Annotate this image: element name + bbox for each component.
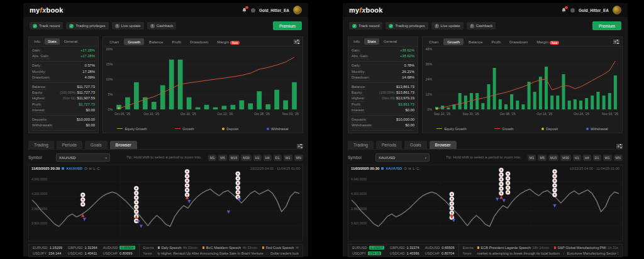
chart-tab[interactable]: Balance <box>145 38 167 45</box>
stat-label[interactable]: Highest: <box>32 96 45 101</box>
timeframe-button[interactable]: M5 <box>218 155 227 161</box>
verification-badge[interactable]: ! Live update <box>431 22 464 30</box>
account-avatar[interactable] <box>613 6 621 14</box>
stat-label[interactable]: Gain: <box>32 48 41 53</box>
section-tab[interactable]: Periods <box>57 141 82 149</box>
price-chart[interactable]: 11/03/2025 20:30 XAU/USD O: H: L: C: 10/… <box>348 165 623 241</box>
myfxbook-logo[interactable]: myfxbook <box>349 6 383 14</box>
chart-tab[interactable]: Profit <box>168 38 184 45</box>
stat-label[interactable]: Deposits: <box>32 117 47 123</box>
stat-label[interactable]: Profit: <box>352 102 361 107</box>
quote[interactable]: USDCHF0.80699 <box>103 251 135 255</box>
timeframe-button[interactable]: M30 <box>241 155 252 161</box>
stat-label[interactable]: Equity: <box>352 90 363 96</box>
stat-label[interactable]: Gain: <box>352 48 360 53</box>
timeframe-button[interactable]: H1 <box>253 155 262 161</box>
section-tab[interactable]: Periods <box>376 141 402 149</box>
quote[interactable]: GBPUSD1.31364 <box>68 246 97 250</box>
browser-settings-icon[interactable] <box>616 143 623 149</box>
chart-tab[interactable]: Growth <box>124 38 144 45</box>
info-tab[interactable]: Info <box>350 38 363 45</box>
verification-badge[interactable]: ✓ Track record <box>30 22 63 30</box>
timeframe-button[interactable]: W1 <box>284 155 292 161</box>
account-name[interactable]: Gold_Hitter_EA <box>259 8 289 13</box>
timeframe-button[interactable]: W1 <box>603 155 612 161</box>
section-tab[interactable]: Goals <box>85 141 108 149</box>
legend-item[interactable]: Deposit <box>222 127 238 131</box>
growth-chart[interactable]: 48%36%24%12%0%Sep 22, '25Sep 30, '25Oct … <box>423 47 622 124</box>
account-avatar[interactable] <box>293 6 302 14</box>
account-name[interactable]: Gold_Hitter_EA <box>579 8 609 13</box>
stat-label[interactable]: Balance: <box>352 84 366 90</box>
price-chart[interactable]: 11/03/2025 20:30 XAU/USD O: H: L: C: 10/… <box>28 165 303 241</box>
symbol-select[interactable]: XAU/USD▾ <box>56 153 110 162</box>
timeframe-button[interactable]: M30 <box>560 155 571 161</box>
chart-settings-icon[interactable] <box>294 39 300 45</box>
stat-label[interactable]: Balance: <box>32 84 47 90</box>
quote[interactable]: USDCAD1.40411 <box>68 251 97 255</box>
chart-tab[interactable]: MarginNew <box>533 38 563 45</box>
quote[interactable]: AUDUSD0.65504 <box>103 246 135 250</box>
stat-label[interactable]: Withdrawals: <box>32 123 53 128</box>
stat-label[interactable]: Deposits: <box>352 117 367 123</box>
quote[interactable]: GBPUSD1.31374 <box>390 246 419 250</box>
legend-item[interactable]: Growth <box>494 127 513 131</box>
verification-badge[interactable]: ✓ Trading privileges <box>386 22 428 30</box>
stat-label[interactable]: Abs. Gain: <box>32 53 49 59</box>
chart-tab[interactable]: Drawdown <box>186 38 212 45</box>
stat-label[interactable]: Drawdown: <box>32 75 50 80</box>
info-tab[interactable]: Stats <box>364 38 379 45</box>
stat-label[interactable]: Equity: <box>32 90 43 96</box>
chart-tab[interactable]: Profit <box>487 38 504 45</box>
timeframe-button[interactable]: D1 <box>593 155 601 161</box>
stat-label[interactable]: Withdrawals: <box>352 123 372 128</box>
verification-badge[interactable]: ✓ Track record <box>349 22 382 30</box>
stat-label[interactable]: Highest: <box>352 96 365 101</box>
quote[interactable]: USDCHF0.80704 <box>425 251 455 255</box>
chart-tab[interactable]: Chart <box>106 38 123 45</box>
info-tab[interactable]: Info <box>31 38 43 45</box>
event-item[interactable]: Daly Speech4h 33min <box>158 246 197 250</box>
notifications-bell-icon[interactable] <box>561 8 567 13</box>
legend-item[interactable]: Deposit <box>541 127 558 131</box>
event-item[interactable]: Fed Cook Speech4h 33min <box>262 246 299 250</box>
quote[interactable]: USDCAD1.40366 <box>390 251 419 255</box>
stat-label[interactable]: Daily: <box>32 63 42 69</box>
legend-item[interactable]: Withdrawal <box>586 127 608 131</box>
quote[interactable]: USDJPY154.16 <box>352 251 384 255</box>
price-chart-canvas[interactable]: 4,040.00004,000.00003,960.00003,920.0000 <box>29 165 303 241</box>
legend-item[interactable]: Equity Growth <box>117 127 147 131</box>
chart-tab[interactable]: MarginNew <box>213 38 243 45</box>
timeframe-button[interactable]: M1 <box>208 155 217 161</box>
news-item[interactable]: market is attempting to break through it… <box>477 251 560 255</box>
quote[interactable]: USDJPY154.144 <box>33 251 62 255</box>
stat-label[interactable]: Abs. Gain: <box>352 53 369 59</box>
timeframe-button[interactable]: M15 <box>229 155 240 161</box>
timeframe-button[interactable]: H4 <box>264 155 272 161</box>
premium-button[interactable]: Premium <box>592 21 621 30</box>
browser-settings-icon[interactable] <box>297 143 303 149</box>
timeframe-button[interactable]: D1 <box>274 155 282 161</box>
stat-label[interactable]: Monthly: <box>352 69 365 75</box>
chart-tab[interactable]: Growth <box>443 38 464 45</box>
timeframe-button[interactable]: H1 <box>573 155 581 161</box>
stat-label[interactable]: Interest: <box>352 107 365 113</box>
verification-badge[interactable]: ! Cashback <box>147 22 177 30</box>
info-tab[interactable]: Stats <box>45 38 60 45</box>
stat-label[interactable]: Drawdown: <box>352 75 370 80</box>
symbol-select[interactable]: XAU/USD▾ <box>375 153 430 162</box>
verification-badge[interactable]: ✓ Trading privileges <box>66 22 108 30</box>
stat-label[interactable]: Daily: <box>352 63 361 69</box>
timeframe-button[interactable]: MN <box>614 155 623 161</box>
legend-item[interactable]: Withdrawal <box>267 127 289 131</box>
notifications-bell-icon[interactable] <box>242 8 247 13</box>
timeframe-button[interactable]: H4 <box>583 155 591 161</box>
stat-label[interactable]: Monthly: <box>32 69 46 75</box>
timeframe-button[interactable]: M15 <box>548 155 559 161</box>
section-tab[interactable]: Browser <box>430 141 457 149</box>
info-tab[interactable]: General <box>380 38 400 45</box>
quote[interactable]: EURUSD1.15199 <box>33 246 62 250</box>
timeframe-button[interactable]: M1 <box>528 155 536 161</box>
legend-item[interactable]: Equity Growth <box>436 127 466 131</box>
premium-button[interactable]: Premium <box>273 21 302 30</box>
